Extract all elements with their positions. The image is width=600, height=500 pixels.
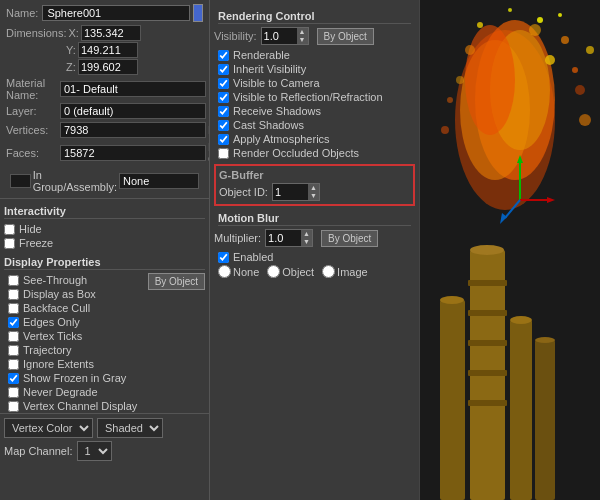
never-degrade-checkbox[interactable] xyxy=(8,387,19,398)
map-channel-label: Map Channel: xyxy=(4,445,73,457)
visible-reflection-checkbox[interactable] xyxy=(218,92,229,103)
display-by-object-button[interactable]: By Object xyxy=(148,273,205,290)
vertex-ticks-label: Vertex Ticks xyxy=(23,330,82,342)
gbuffer-label: G-Buffer xyxy=(219,169,410,181)
trajectory-checkbox[interactable] xyxy=(8,345,19,356)
vertices-input[interactable] xyxy=(60,122,206,138)
receive-shadows-checkbox[interactable] xyxy=(218,106,229,117)
object-id-input[interactable] xyxy=(273,185,308,199)
visibility-input[interactable] xyxy=(262,29,297,43)
cast-shadows-label: Cast Shadows xyxy=(233,119,304,131)
svg-point-31 xyxy=(508,8,512,12)
freeze-label: Freeze xyxy=(19,237,53,249)
svg-point-2 xyxy=(470,245,504,255)
material-label: Material Name: xyxy=(6,77,58,101)
vertices-label: Vertices: xyxy=(6,124,58,136)
svg-point-23 xyxy=(465,45,475,55)
viewport-svg xyxy=(420,0,600,500)
svg-point-8 xyxy=(535,337,555,343)
svg-point-28 xyxy=(579,114,591,126)
apply-atmospherics-label: Apply Atmospherics xyxy=(233,133,330,145)
svg-point-24 xyxy=(456,76,464,84)
hide-checkbox[interactable] xyxy=(4,224,15,235)
objid-spin-down[interactable]: ▼ xyxy=(308,192,319,200)
multiplier-input[interactable] xyxy=(266,231,301,245)
ignore-extents-checkbox[interactable] xyxy=(8,359,19,370)
image-radio-label: Image xyxy=(337,266,368,278)
ignore-extents-label: Ignore Extents xyxy=(23,358,94,370)
inherit-visibility-label: Inherit Visibility xyxy=(233,63,306,75)
rendering-by-object-button[interactable]: By Object xyxy=(317,28,374,45)
name-input[interactable] xyxy=(42,5,190,21)
display-properties-header: Display Properties xyxy=(4,256,205,270)
vis-spin-down[interactable]: ▼ xyxy=(297,36,308,44)
edges-only-checkbox[interactable] xyxy=(8,317,19,328)
enabled-checkbox[interactable] xyxy=(218,252,229,263)
mult-spin-up[interactable]: ▲ xyxy=(301,230,312,238)
svg-point-27 xyxy=(586,46,594,54)
vertex-ticks-checkbox[interactable] xyxy=(8,331,19,342)
z-axis-label: Z: xyxy=(66,61,76,73)
shaded-dropdown[interactable]: Shaded xyxy=(97,418,163,438)
none-radio[interactable] xyxy=(218,265,231,278)
svg-point-6 xyxy=(510,316,532,324)
in-group-input[interactable] xyxy=(119,173,199,189)
motion-by-object-button[interactable]: By Object xyxy=(321,230,378,247)
vertex-channel-checkbox[interactable] xyxy=(8,401,19,412)
backface-cull-label: Backface Cull xyxy=(23,302,90,314)
interactivity-header: Interactivity xyxy=(4,205,205,219)
object-radio[interactable] xyxy=(267,265,280,278)
svg-point-20 xyxy=(561,36,569,44)
trajectory-label: Trajectory xyxy=(23,344,72,356)
show-frozen-label: Show Frozen in Gray xyxy=(23,372,126,384)
visibility-label: Visibility: xyxy=(214,30,257,42)
color-button[interactable] xyxy=(193,4,203,22)
image-radio[interactable] xyxy=(322,265,335,278)
cast-shadows-checkbox[interactable] xyxy=(218,120,229,131)
svg-point-33 xyxy=(558,13,562,17)
display-as-box-checkbox[interactable] xyxy=(8,289,19,300)
hide-label: Hide xyxy=(19,223,42,235)
vertex-color-dropdown[interactable]: Vertex Color xyxy=(4,418,93,438)
svg-point-26 xyxy=(447,97,453,103)
enabled-label: Enabled xyxy=(233,251,273,263)
render-occluded-label: Render Occluded Objects xyxy=(233,147,359,159)
faces-label: Faces: xyxy=(6,147,58,159)
none-radio-label: None xyxy=(233,266,259,278)
small-box xyxy=(10,174,31,188)
layer-input[interactable] xyxy=(60,103,206,119)
svg-point-21 xyxy=(529,24,541,36)
svg-rect-10 xyxy=(468,310,507,316)
dim-y-input[interactable] xyxy=(78,42,138,58)
see-through-checkbox[interactable] xyxy=(8,275,19,286)
edges-only-label: Edges Only xyxy=(23,316,80,328)
show-frozen-checkbox[interactable] xyxy=(8,373,19,384)
object-radio-label: Object xyxy=(282,266,314,278)
mult-spin-down[interactable]: ▼ xyxy=(301,238,312,246)
renderable-checkbox[interactable] xyxy=(218,50,229,61)
material-input[interactable] xyxy=(60,81,206,97)
render-occluded-checkbox[interactable] xyxy=(218,148,229,159)
faces-input[interactable] xyxy=(60,145,206,161)
vis-spin-up[interactable]: ▲ xyxy=(297,28,308,36)
visible-camera-checkbox[interactable] xyxy=(218,78,229,89)
in-group-label: In Group/Assembly: xyxy=(33,169,117,193)
map-channel-dropdown[interactable]: 1 xyxy=(77,441,112,461)
vertex-channel-label: Vertex Channel Display xyxy=(23,400,137,412)
objid-spin-up[interactable]: ▲ xyxy=(308,184,319,192)
dim-z-input[interactable] xyxy=(78,59,138,75)
svg-rect-5 xyxy=(510,320,532,500)
svg-point-22 xyxy=(572,67,578,73)
freeze-checkbox[interactable] xyxy=(4,238,15,249)
layer-label: Layer: xyxy=(6,105,58,117)
dim-x-input[interactable] xyxy=(81,25,141,41)
svg-rect-11 xyxy=(468,340,507,346)
inherit-visibility-checkbox[interactable] xyxy=(218,64,229,75)
apply-atmospherics-checkbox[interactable] xyxy=(218,134,229,145)
motion-blur-header: Motion Blur xyxy=(218,212,411,226)
visible-reflection-label: Visible to Reflection/Refraction xyxy=(233,91,383,103)
receive-shadows-label: Receive Shadows xyxy=(233,105,321,117)
svg-rect-9 xyxy=(468,280,507,286)
svg-point-29 xyxy=(441,126,449,134)
backface-cull-checkbox[interactable] xyxy=(8,303,19,314)
